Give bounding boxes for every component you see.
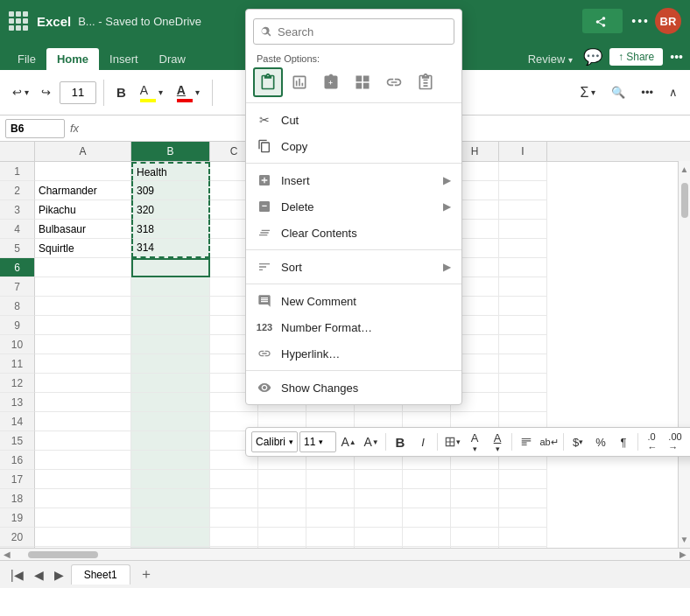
horizontal-scrollbar-thumb[interactable] xyxy=(28,551,98,558)
row-num-4[interactable]: 4 xyxy=(0,220,35,239)
app-grid-icon[interactable] xyxy=(9,11,28,31)
mini-increase-decimal-button[interactable]: .00→ xyxy=(665,431,686,452)
cell-B15[interactable] xyxy=(131,431,210,451)
row-num-9[interactable]: 9 xyxy=(0,316,35,335)
more-options-button[interactable]: ••• xyxy=(631,14,650,28)
scroll-up-arrow[interactable]: ▲ xyxy=(680,164,689,174)
tab-review[interactable]: Review ▾ xyxy=(518,48,583,70)
cell-B8[interactable] xyxy=(131,297,210,316)
row-num-13[interactable]: 13 xyxy=(0,393,35,412)
redo-button[interactable]: ↪ xyxy=(36,83,56,102)
cell-B17[interactable] xyxy=(131,470,210,489)
cell-D17[interactable] xyxy=(258,470,306,489)
cell-B16[interactable] xyxy=(131,451,210,470)
font-color-chevron[interactable]: ▾ xyxy=(195,88,200,97)
cell-G19[interactable] xyxy=(403,508,451,528)
cell-B6[interactable] xyxy=(131,258,210,277)
cell-F20[interactable] xyxy=(355,528,403,547)
ctx-new-comment[interactable]: New Comment xyxy=(246,288,461,314)
cell-I12[interactable] xyxy=(499,374,547,393)
mini-borders-button[interactable]: ▾ xyxy=(441,431,462,452)
ctx-cut[interactable]: ✂ Cut xyxy=(246,107,461,133)
cell-D19[interactable] xyxy=(258,508,306,528)
cell-B10[interactable] xyxy=(131,335,210,354)
cell-I11[interactable] xyxy=(499,354,547,374)
tab-home[interactable]: Home xyxy=(46,48,99,70)
cell-I4[interactable] xyxy=(499,220,547,239)
cell-B3[interactable]: 320 xyxy=(131,200,210,220)
cell-A19[interactable] xyxy=(35,508,131,528)
cell-A8[interactable] xyxy=(35,297,131,316)
tab-file[interactable]: File xyxy=(7,48,46,70)
cell-A16[interactable] xyxy=(35,451,131,470)
avatar[interactable]: BR xyxy=(655,8,681,34)
cell-C17[interactable] xyxy=(210,470,258,489)
cell-B2[interactable]: 309 xyxy=(131,181,210,200)
paste-icon-formulas[interactable] xyxy=(316,67,346,97)
tab-insert[interactable]: Insert xyxy=(99,48,149,70)
cell-I5[interactable] xyxy=(499,239,547,258)
context-search-box[interactable] xyxy=(253,18,454,45)
row-num-16[interactable]: 16 xyxy=(0,451,35,470)
row-num-2[interactable]: 2 xyxy=(0,181,35,200)
cell-A18[interactable] xyxy=(35,489,131,508)
share-button[interactable] xyxy=(582,9,623,33)
cell-B13[interactable] xyxy=(131,393,210,412)
mini-font-color-button[interactable]: A ▾ xyxy=(487,431,508,452)
cell-H18[interactable] xyxy=(451,489,499,508)
ctx-hyperlink[interactable]: Hyperlink… xyxy=(246,340,461,367)
cell-H19[interactable] xyxy=(451,508,499,528)
paste-icon-link[interactable] xyxy=(379,67,409,97)
fill-color-chevron[interactable]: ▾ xyxy=(158,88,163,97)
paste-icon-special[interactable] xyxy=(411,67,440,97)
cell-B11[interactable] xyxy=(131,354,210,374)
ctx-insert[interactable]: Insert ▶ xyxy=(246,167,461,193)
paste-icon-values[interactable] xyxy=(285,67,314,97)
mini-size-chevron[interactable]: ▾ xyxy=(319,438,323,446)
cell-I20[interactable] xyxy=(499,528,547,547)
mini-font-size-select[interactable]: 11 ▾ xyxy=(299,431,336,452)
fill-color-button[interactable]: A ▾ xyxy=(135,80,168,105)
cell-A2[interactable]: Charmander xyxy=(35,181,131,200)
cell-F17[interactable] xyxy=(355,470,403,489)
cell-I8[interactable] xyxy=(499,297,547,316)
cell-reference-box[interactable]: B6 xyxy=(5,119,65,138)
ctx-number-format[interactable]: 123 Number Format… xyxy=(246,314,461,340)
cell-B9[interactable] xyxy=(131,316,210,335)
font-size-input[interactable]: 11 xyxy=(60,81,96,104)
cell-I17[interactable] xyxy=(499,470,547,489)
mini-wrap-button[interactable]: ab↵ xyxy=(539,431,560,452)
ctx-copy[interactable]: Copy xyxy=(246,133,461,159)
cell-A1[interactable] xyxy=(35,162,131,181)
cell-B19[interactable] xyxy=(131,508,210,528)
cell-F19[interactable] xyxy=(355,508,403,528)
horizontal-scrollbar[interactable]: ◀ ▶ xyxy=(0,548,690,560)
cell-A7[interactable] xyxy=(35,277,131,297)
cell-E19[interactable] xyxy=(306,508,355,528)
cell-F18[interactable] xyxy=(355,489,403,508)
mini-pilcrow-button[interactable]: ¶ xyxy=(613,431,634,452)
cell-A15[interactable] xyxy=(35,431,131,451)
cell-B20[interactable] xyxy=(131,528,210,547)
ctx-clear-contents[interactable]: Clear Contents xyxy=(246,220,461,246)
cell-C19[interactable] xyxy=(210,508,258,528)
cell-B5[interactable]: 314 xyxy=(131,239,210,258)
cell-B14[interactable] xyxy=(131,412,210,431)
mini-font-select[interactable]: Calibri ▾ xyxy=(251,431,298,452)
paste-icon-transpose[interactable] xyxy=(348,67,377,97)
cell-I3[interactable] xyxy=(499,200,547,220)
mini-font-color-chevron[interactable]: ▾ xyxy=(496,444,500,453)
mini-align-button[interactable] xyxy=(516,431,537,452)
cell-G18[interactable] xyxy=(403,489,451,508)
autosum-button[interactable]: Σ ▾ xyxy=(574,82,601,103)
cell-C20[interactable] xyxy=(210,528,258,547)
cell-I9[interactable] xyxy=(499,316,547,335)
scroll-down-arrow[interactable]: ▼ xyxy=(680,535,689,544)
tab-draw[interactable]: Draw xyxy=(149,48,196,70)
cell-B12[interactable] xyxy=(131,374,210,393)
cell-H20[interactable] xyxy=(451,528,499,547)
cell-G20[interactable] xyxy=(403,528,451,547)
cell-G17[interactable] xyxy=(403,470,451,489)
cell-B4[interactable]: 318 xyxy=(131,220,210,239)
cell-B1[interactable]: Health xyxy=(131,162,210,181)
